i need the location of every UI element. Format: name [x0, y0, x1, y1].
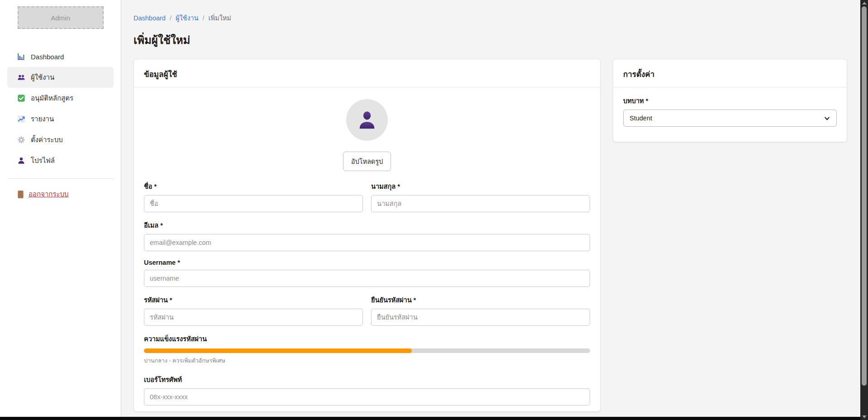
role-select-value: Student: [630, 115, 652, 122]
sidebar-item-label: รายงาน: [31, 114, 54, 124]
phone-label: เบอร์โทรศัพท์: [144, 374, 590, 385]
username-group: Username *: [144, 259, 590, 287]
email-input[interactable]: [144, 234, 590, 251]
breadcrumb-separator: /: [203, 14, 205, 22]
user-info-card-body: อัปโหลดรูป ชื่อ * นามสกุล * อีเม: [134, 87, 600, 406]
first-name-group: ชื่อ *: [144, 181, 363, 212]
user-info-card: ข้อมูลผู้ใช้: [134, 59, 601, 412]
password-strength-fill: [144, 348, 412, 353]
avatar: [346, 99, 388, 141]
sidebar-divider: [7, 178, 114, 179]
settings-card: การตั้งค่า บทบาท * Student: [613, 59, 847, 142]
confirm-password-group: ยืนยันรหัสผ่าน *: [371, 295, 590, 326]
last-name-input[interactable]: [371, 195, 590, 212]
person-icon: [17, 157, 25, 165]
role-select[interactable]: Student: [623, 110, 837, 127]
username-label: Username *: [144, 259, 590, 266]
user-info-card-title: ข้อมูลผู้ใช้: [134, 59, 600, 87]
vertical-scrollbar[interactable]: [860, 0, 868, 420]
username-input[interactable]: [144, 270, 590, 287]
bottom-bar: [0, 417, 860, 420]
last-name-group: นามสกุล *: [371, 181, 590, 212]
scrollbar-down-arrow[interactable]: [860, 414, 868, 420]
settings-card-body: บทบาท * Student: [613, 87, 847, 127]
sidebar-item-label: ผู้ใช้งาน: [31, 72, 54, 83]
first-name-label: ชื่อ *: [144, 181, 363, 191]
main-content: Dashboard / ผู้ใช้งาน / เพิ่มใหม่ เพิ่มผ…: [121, 0, 868, 420]
logo-placeholder: Admin: [18, 6, 104, 29]
password-strength-message: ปานกลาง - ควรเพิ่มตัวอักษรพิเศษ: [144, 356, 590, 365]
gear-icon: [17, 136, 25, 144]
role-label: บทบาท *: [623, 95, 837, 106]
password-group: รหัสผ่าน *: [144, 295, 363, 326]
confirm-password-label: ยืนยันรหัสผ่าน *: [371, 295, 590, 305]
settings-card-title: การตั้งค่า: [613, 59, 847, 87]
chart-increasing-icon: [17, 115, 25, 123]
confirm-password-input[interactable]: [371, 309, 590, 326]
breadcrumb-separator: /: [170, 14, 172, 22]
phone-input[interactable]: [144, 388, 590, 406]
breadcrumb: Dashboard / ผู้ใช้งาน / เพิ่มใหม่: [134, 13, 855, 23]
page-title: เพิ่มผู้ใช้ใหม่: [134, 31, 855, 49]
breadcrumb-current: เพิ่มใหม่: [209, 13, 231, 23]
phone-group: เบอร์โทรศัพท์: [144, 374, 590, 406]
breadcrumb-dashboard[interactable]: Dashboard: [134, 14, 166, 22]
door-logout-icon: [17, 191, 24, 198]
sidebar-item-label: Dashboard: [31, 53, 64, 61]
last-name-label: นามสกุล *: [371, 181, 590, 191]
sidebar: Admin Dashboard: [0, 0, 121, 420]
email-group: อีเมล *: [144, 220, 590, 251]
logout-link[interactable]: ออกจากระบบ: [7, 189, 114, 200]
avatar-block: อัปโหลดรูป: [144, 99, 590, 171]
breadcrumb-users[interactable]: ผู้ใช้งาน: [176, 13, 199, 23]
app-root: Admin Dashboard: [0, 0, 868, 420]
email-label: อีเมล *: [144, 220, 590, 230]
sidebar-item-label: อนุมัติหลักสูตร: [31, 93, 73, 104]
avatar-person-icon: [357, 110, 377, 130]
upload-photo-button[interactable]: อัปโหลดรูป: [343, 152, 391, 171]
logo-text: Admin: [51, 14, 70, 22]
sidebar-item-label: ตั้งค่าระบบ: [31, 134, 63, 145]
password-label: รหัสผ่าน *: [144, 295, 363, 305]
sidebar-item-profile[interactable]: โปรไฟล์: [7, 150, 114, 171]
sidebar-item-users[interactable]: ผู้ใช้งาน: [7, 67, 114, 88]
dashboard-icon: [17, 52, 25, 61]
check-approve-icon: [17, 94, 25, 102]
password-strength-label: ความแข็งแรงรหัสผ่าน: [144, 334, 590, 344]
sidebar-item-label: โปรไฟล์: [31, 155, 55, 166]
first-name-input[interactable]: [144, 195, 363, 212]
password-strength-track: [144, 348, 590, 353]
sidebar-menu: Dashboard ผู้ใช้งาน: [0, 46, 121, 171]
cards-row: ข้อมูลผู้ใช้: [134, 59, 855, 412]
sidebar-item-approve-courses[interactable]: อนุมัติหลักสูตร: [7, 88, 114, 109]
scrollbar-up-arrow[interactable]: [860, 0, 868, 6]
sidebar-item-dashboard[interactable]: Dashboard: [7, 46, 114, 67]
logout-label: ออกจากระบบ: [29, 189, 69, 200]
sidebar-item-reports[interactable]: รายงาน: [7, 109, 114, 129]
scrollbar-thumb[interactable]: [862, 6, 867, 386]
password-input[interactable]: [144, 309, 363, 326]
chevron-down-icon: [824, 115, 830, 122]
users-icon: [17, 73, 25, 81]
password-strength-block: ความแข็งแรงรหัสผ่าน ปานกลาง - ควรเพิ่มตั…: [144, 334, 590, 365]
sidebar-item-system-settings[interactable]: ตั้งค่าระบบ: [7, 129, 114, 150]
